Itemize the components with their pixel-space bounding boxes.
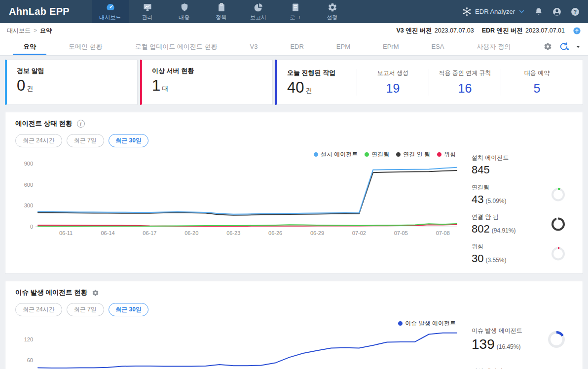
help-button[interactable]: ? bbox=[570, 7, 580, 17]
card-alerts[interactable]: 경보 알림0건 bbox=[5, 60, 138, 105]
panel-gear-icon[interactable] bbox=[92, 289, 99, 297]
substat-value: 16 bbox=[429, 81, 501, 96]
agent-status-panel-title: 에이전트 상태 현황 bbox=[15, 119, 73, 128]
substat-value: 5 bbox=[501, 81, 573, 96]
issue-agents-stats: 이슈 발생 에이전트139(16.45%)정상 에이전트706(83.55%) bbox=[462, 317, 573, 369]
legend-item-설치 에이전트[interactable]: 설치 에이전트 bbox=[314, 150, 358, 159]
issue-agents-filters: 최근 24시간최근 7일최근 30일 bbox=[15, 303, 573, 316]
tab-esa[interactable]: ESA bbox=[415, 38, 461, 55]
legend-label: 연결 안 됨 bbox=[403, 150, 430, 159]
nav-item-label: 보고서 bbox=[250, 14, 266, 21]
agent-filter-0[interactable]: 최근 24시간 bbox=[15, 134, 62, 147]
card-value: 40건 bbox=[287, 79, 335, 96]
issue-agents-panel-header: 이슈 발생 에이전트 현황 bbox=[15, 288, 573, 297]
summary-cards: 경보 알림0건이상 서버 현황1대오늘 진행된 작업40건보고서 생성19적용 … bbox=[5, 60, 583, 105]
svg-text:06-11: 06-11 bbox=[59, 230, 73, 236]
substat-label: 보고서 생성 bbox=[357, 69, 429, 77]
dashboard-settings-gear-icon[interactable] bbox=[544, 42, 552, 51]
card-title: 오늘 진행된 작업 bbox=[287, 68, 335, 77]
substat-label: 적용 중인 연계 규칙 bbox=[429, 69, 501, 77]
stat-percent: (5.09%) bbox=[485, 198, 506, 204]
donut-gauge bbox=[551, 247, 565, 261]
issue-filter-0[interactable]: 최근 24시간 bbox=[15, 303, 62, 316]
nav-item-label: 설정 bbox=[327, 14, 338, 21]
donut-gauge bbox=[551, 218, 565, 231]
issue-filter-2[interactable]: 최근 30일 bbox=[109, 303, 149, 316]
user-profile-button[interactable] bbox=[552, 7, 562, 17]
document-icon bbox=[291, 2, 300, 12]
agent-filter-1[interactable]: 최근 7일 bbox=[67, 134, 104, 147]
tab-edr[interactable]: EDR bbox=[274, 38, 320, 55]
stat-percent: (16.45%) bbox=[497, 343, 521, 350]
breadcrumb-separator: > bbox=[34, 27, 37, 34]
tab-v3[interactable]: V3 bbox=[233, 38, 274, 55]
stat-value: 845 bbox=[472, 164, 573, 176]
svg-text:60: 60 bbox=[27, 357, 33, 363]
legend-item-위험[interactable]: 위험 bbox=[437, 150, 456, 159]
substat-label: 대응 예약 bbox=[501, 69, 573, 77]
nav-item-settings[interactable]: 설정 bbox=[314, 0, 351, 23]
legend-dot bbox=[365, 152, 369, 157]
nav-item-management[interactable]: 관리 bbox=[129, 0, 166, 23]
agent-filter-2[interactable]: 최근 30일 bbox=[109, 134, 149, 147]
arrow-up-circle-icon[interactable] bbox=[573, 27, 581, 35]
card-abnormal[interactable]: 이상 서버 현황1대 bbox=[140, 60, 273, 105]
tab-domain-status[interactable]: 도메인 현황 bbox=[52, 38, 119, 55]
issue-agents-chart: 06012006-1106-1406-1706-2006-2306-2606-2… bbox=[15, 328, 462, 369]
nav-item-dashboard[interactable]: 대시보드 bbox=[92, 0, 129, 23]
card-unit: 건 bbox=[27, 85, 33, 92]
nav-item-response[interactable]: 대응 bbox=[166, 0, 203, 23]
chevron-down-icon bbox=[518, 8, 525, 15]
nav-item-label: 로그 bbox=[290, 14, 301, 21]
tab-custom[interactable]: 사용자 정의 bbox=[461, 38, 527, 55]
topbar-right: EDR Analyzer ? bbox=[462, 0, 588, 23]
nav-item-label: 정책 bbox=[216, 14, 227, 21]
edr-engine-version: EDR 엔진 버전2023.07.07.01 bbox=[482, 27, 565, 35]
legend-item-이슈 발생 에이전트[interactable]: 이슈 발생 에이전트 bbox=[398, 319, 456, 328]
stat-설치 에이전트: 설치 에이전트845 bbox=[469, 150, 573, 180]
svg-text:600: 600 bbox=[24, 182, 33, 188]
auto-refresh-icon[interactable]: A bbox=[558, 41, 569, 52]
card-value: 1대 bbox=[152, 77, 262, 94]
issue-filter-1[interactable]: 최근 7일 bbox=[67, 303, 104, 316]
agent-status-filters: 최근 24시간최근 7일최근 30일 bbox=[15, 134, 573, 147]
breadcrumb-current: 요약 bbox=[40, 27, 52, 35]
legend-item-연결 안 됨[interactable]: 연결 안 됨 bbox=[396, 150, 430, 159]
stat-이슈 발생 에이전트: 이슈 발생 에이전트139(16.45%) bbox=[469, 319, 573, 360]
substat-value: 19 bbox=[357, 81, 429, 96]
nav-item-policy[interactable]: 정책 bbox=[203, 0, 240, 23]
breadcrumb-root[interactable]: 대시보드 bbox=[7, 27, 31, 35]
card-main: 경보 알림0건 bbox=[17, 67, 127, 94]
substat: 대응 예약5 bbox=[501, 69, 573, 96]
donut-gauge bbox=[548, 331, 565, 348]
card-main: 오늘 진행된 작업40건 bbox=[287, 68, 335, 96]
clipboard-icon bbox=[217, 2, 226, 12]
nav-item-label: 대시보드 bbox=[100, 14, 121, 21]
gauge-icon bbox=[106, 2, 115, 12]
svg-text:07-02: 07-02 bbox=[352, 230, 366, 236]
tab-eprm[interactable]: EPrM bbox=[367, 38, 415, 55]
tab-epm[interactable]: EPM bbox=[320, 38, 367, 55]
caret-down-icon[interactable] bbox=[575, 44, 581, 50]
legend-item-연결됨[interactable]: 연결됨 bbox=[365, 150, 389, 159]
svg-text:300: 300 bbox=[24, 202, 33, 208]
agent-status-legend: 설치 에이전트연결됨연결 안 됨위험 bbox=[15, 150, 456, 159]
legend-dot bbox=[437, 152, 441, 157]
tab-bar-actions: A bbox=[544, 38, 581, 55]
stat-percent: (94.91%) bbox=[492, 227, 516, 234]
card-title: 경보 알림 bbox=[17, 67, 127, 75]
nav-item-report[interactable]: 보고서 bbox=[240, 0, 277, 23]
svg-text:120: 120 bbox=[24, 336, 33, 342]
card-unit: 대 bbox=[162, 85, 168, 92]
card-todays-tasks[interactable]: 오늘 진행된 작업40건보고서 생성19적용 중인 연계 규칙16대응 예약5 bbox=[275, 60, 583, 105]
tab-local-update-agent[interactable]: 로컬 업데이트 에이전트 현황 bbox=[119, 38, 234, 55]
stat-label: 정상 에이전트 bbox=[472, 367, 573, 369]
agent-status-stats: 설치 에이전트845연결됨43(5.09%)연결 안 됨802(94.91%)위… bbox=[462, 148, 573, 268]
nav-item-log[interactable]: 로그 bbox=[277, 0, 314, 23]
issue-agents-legend: 이슈 발생 에이전트 bbox=[15, 319, 456, 328]
substat: 적용 중인 연계 규칙16 bbox=[429, 69, 501, 96]
edr-analyzer-selector[interactable]: EDR Analyzer bbox=[462, 6, 525, 17]
info-icon[interactable]: i bbox=[77, 120, 85, 128]
tab-summary[interactable]: 요약 bbox=[7, 38, 52, 55]
notifications-button[interactable] bbox=[534, 7, 544, 17]
